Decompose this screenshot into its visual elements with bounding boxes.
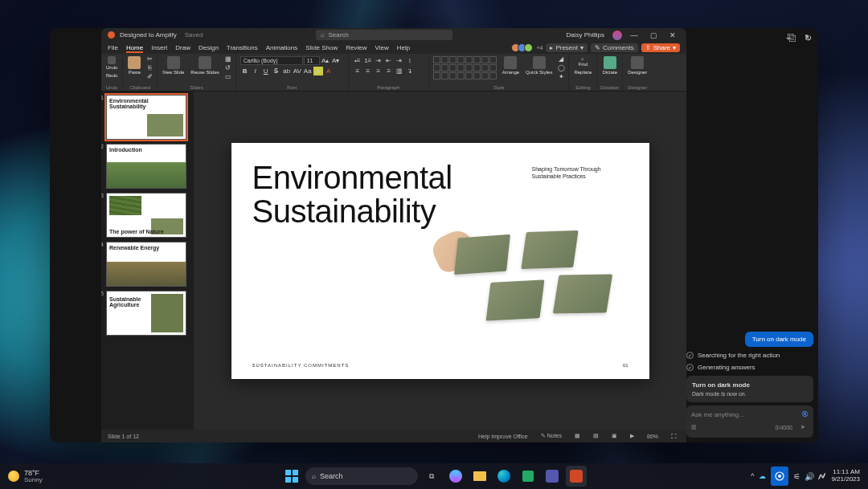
slide-canvas[interactable]: EnvironmentalSustainability Shaping Tomo…: [194, 92, 686, 430]
slide-title[interactable]: EnvironmentalSustainability: [252, 161, 452, 228]
shape-outline-button[interactable]: ◯: [556, 63, 566, 72]
ppt-minimize-button[interactable]: —: [627, 30, 641, 41]
view-reading-button[interactable]: ▣: [608, 433, 620, 439]
tab-transitions[interactable]: Transitions: [227, 43, 258, 53]
slide-tagline[interactable]: Shaping Tomorrow Through Sustainable Pra…: [532, 165, 628, 180]
system-tray[interactable]: ⚟ 🔊 🗲: [793, 472, 826, 481]
list-level-button[interactable]: ⇥: [374, 56, 383, 65]
zoom-level[interactable]: 86%: [644, 434, 661, 439]
tab-help[interactable]: Help: [397, 43, 410, 53]
copilot-tray-button[interactable]: [771, 467, 788, 486]
notes-button[interactable]: ✎ Notes: [538, 433, 565, 439]
arrange-button[interactable]: Arrange: [500, 55, 522, 76]
slide-panel[interactable]: 1 Environmental Sustainability 2 Introdu…: [101, 92, 194, 430]
taskbar-teams[interactable]: [542, 466, 563, 487]
case-button[interactable]: Aa: [303, 67, 313, 75]
thumb-1[interactable]: 1 Environmental Sustainability: [106, 95, 192, 140]
taskbar-weather[interactable]: 78°F Sunny: [0, 470, 96, 483]
comments-button[interactable]: ✎Comments: [591, 43, 638, 52]
start-button[interactable]: [281, 466, 302, 487]
indent-dec-button[interactable]: ⇤: [384, 56, 394, 65]
align-center-button[interactable]: ≡: [363, 67, 373, 75]
present-button[interactable]: ▸Present▾: [546, 43, 588, 52]
spacing-button[interactable]: AV: [293, 67, 302, 75]
copilot-refresh-icon[interactable]: ↻: [805, 33, 812, 43]
line-spacing-button[interactable]: ↕: [405, 56, 415, 65]
font-size-select[interactable]: 11: [304, 56, 320, 65]
taskbar-edge[interactable]: [493, 466, 514, 487]
thumb-2[interactable]: 2 Introduction: [106, 144, 192, 189]
tray-chevron-icon[interactable]: ^: [751, 472, 754, 480]
numbering-button[interactable]: 1≡: [363, 56, 373, 65]
taskbar-explorer[interactable]: [469, 466, 490, 487]
user-avatar[interactable]: [612, 31, 622, 40]
align-left-button[interactable]: ≡: [353, 67, 362, 75]
reuse-slides-button[interactable]: Reuse Slides: [188, 55, 221, 76]
bullets-button[interactable]: •≡: [353, 56, 362, 65]
view-slideshow-button[interactable]: ▶: [627, 433, 637, 439]
view-normal-button[interactable]: ▦: [571, 433, 583, 439]
copilot-input[interactable]: Ask me anything... ⦿ ▥ 0/4000 ➤: [686, 405, 813, 438]
italic-button[interactable]: I: [251, 67, 260, 75]
slide-image[interactable]: [440, 228, 625, 357]
help-improve-button[interactable]: Help Improve Office: [475, 434, 531, 439]
underline-button[interactable]: U: [261, 67, 271, 75]
new-slide-button[interactable]: New Slide: [160, 55, 186, 76]
attach-icon[interactable]: ▥: [691, 424, 697, 430]
ppt-restore-button[interactable]: ▢: [646, 30, 661, 41]
mic-icon[interactable]: ⦿: [801, 410, 809, 418]
onedrive-icon[interactable]: ☁: [759, 472, 766, 480]
tab-design[interactable]: Design: [199, 43, 219, 53]
replace-button[interactable]: Replace: [571, 68, 594, 76]
undo-button[interactable]: Undo: [104, 55, 120, 71]
taskbar-copilot-app[interactable]: [445, 466, 466, 487]
grow-font-button[interactable]: A▴: [321, 56, 330, 65]
ppt-close-button[interactable]: ✕: [665, 30, 680, 41]
taskbar-powerpoint[interactable]: [566, 466, 587, 487]
columns-button[interactable]: ▥: [395, 67, 404, 75]
taskbar-store[interactable]: [518, 466, 538, 487]
copy-button[interactable]: ⎘: [145, 63, 154, 72]
tab-animations[interactable]: Animations: [266, 43, 298, 53]
tab-review[interactable]: Review: [346, 43, 366, 53]
search-box[interactable]: ⌕ Search: [316, 30, 452, 40]
taskbar-search[interactable]: ⌕ Search: [305, 467, 418, 485]
align-right-button[interactable]: ≡: [374, 67, 383, 75]
cut-button[interactable]: ✂: [145, 55, 154, 63]
presence-avatars[interactable]: [514, 43, 533, 52]
redo-button[interactable]: Redo: [104, 71, 120, 79]
tab-slideshow[interactable]: Slide Show: [305, 43, 338, 53]
highlight-button[interactable]: A: [313, 67, 323, 75]
section-button[interactable]: ▭: [223, 72, 233, 81]
tab-view[interactable]: View: [375, 43, 389, 53]
shapes-gallery[interactable]: [432, 55, 498, 81]
task-view-button[interactable]: ⧉: [421, 466, 442, 487]
shape-effects-button[interactable]: ✦: [556, 72, 566, 81]
strike-button[interactable]: S̶: [272, 67, 281, 75]
quick-styles-button[interactable]: Quick Styles: [523, 55, 555, 76]
thumb-3[interactable]: 3 The power of Nature: [106, 193, 192, 238]
font-family-select[interactable]: Carlito (Body): [240, 56, 303, 65]
clock[interactable]: 11:11 AM 9/21/2023: [831, 469, 860, 483]
tab-draw[interactable]: Draw: [175, 43, 190, 53]
font-color-button[interactable]: A: [324, 67, 334, 75]
shadow-button[interactable]: ab: [282, 67, 292, 75]
dictate-button[interactable]: Dictate: [600, 55, 620, 76]
tab-file[interactable]: File: [108, 43, 118, 53]
paste-button[interactable]: Paste: [125, 55, 143, 76]
copilot-dock-icon[interactable]: ⿻: [788, 33, 796, 43]
text-direction-button[interactable]: ↴: [405, 67, 415, 75]
shape-fill-button[interactable]: ◢: [556, 55, 566, 63]
find-button[interactable]: ⌕Find: [571, 55, 594, 68]
layout-button[interactable]: ▦: [223, 55, 233, 63]
thumb-5[interactable]: 5 Sustainable Agriculture: [106, 291, 192, 336]
tab-home[interactable]: Home: [126, 43, 143, 53]
thumb-4[interactable]: 4 Renewable Energy: [106, 242, 192, 287]
share-button[interactable]: ⇪Share▾: [641, 43, 680, 52]
format-painter-button[interactable]: ✐: [145, 72, 154, 81]
bold-button[interactable]: B: [240, 67, 250, 75]
shrink-font-button[interactable]: A▾: [331, 56, 341, 65]
send-button[interactable]: ➤: [797, 422, 809, 433]
view-sorter-button[interactable]: ▤: [590, 433, 602, 439]
designer-button[interactable]: Designer: [625, 55, 649, 76]
